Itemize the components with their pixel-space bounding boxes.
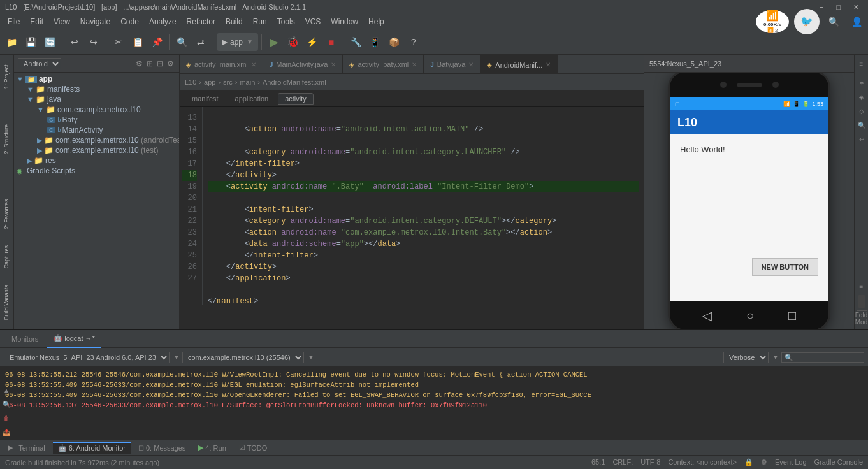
menu-tools[interactable]: Tools [272,16,300,27]
log-filter-btn[interactable]: 🔍 [0,398,13,410]
menu-file[interactable]: File [3,16,25,27]
tab-close-4[interactable]: ✕ [468,61,474,68]
tab-close-3[interactable]: ✕ [412,61,417,68]
breadcrumb-manifest[interactable]: AndroidManifest.xml [263,78,326,86]
redo-btn[interactable]: ↪ [85,33,103,51]
replace-btn[interactable]: ⇄ [192,33,210,51]
undo-btn[interactable]: ↩ [66,33,83,51]
tree-res[interactable]: ▶ 📁 res [14,155,179,166]
tree-package-main[interactable]: ▼ 📁 com.example.metrox.l10 [14,105,179,115]
code-text[interactable]: <action android:name="android.intent.act… [203,107,644,305]
logcat-tab[interactable]: 🤖logcat →* [47,330,101,348]
tree-mainactivity[interactable]: C b MainActivity [14,125,179,135]
sidebar-right-1[interactable]: ✶ [855,76,868,89]
open-btn[interactable]: 📁 [3,33,20,51]
favorites-panel-toggle[interactable]: 2: Favorites [0,194,13,233]
breadcrumb-l10[interactable]: L10 [185,78,196,86]
xml-tab-application[interactable]: application [228,93,276,105]
sidebar-scroll[interactable] [858,295,865,308]
debug-btn[interactable]: 🐞 [284,33,302,51]
menu-analyze[interactable]: Analyze [144,16,182,27]
stop-btn[interactable]: ■ [322,33,340,51]
phone-recents-btn[interactable]: □ [788,308,796,323]
menu-help[interactable]: Help [363,16,389,27]
sync-btn[interactable]: 🔄 [41,33,59,51]
sidebar-right-4[interactable]: 🔍 [855,119,868,131]
status-encoding[interactable]: UTF-8 [640,458,660,466]
tab-close-1[interactable]: ✕ [251,61,256,68]
log-export-btn[interactable]: 📤 [0,426,13,438]
device-dropdown-arrow[interactable]: ▼ [173,354,180,361]
avd-btn[interactable]: 📱 [366,33,384,51]
code-editor[interactable]: 1314151617 18 1920212223 24252627 <actio… [180,107,644,305]
cut-btn[interactable]: ✂ [110,33,127,51]
menu-navigate[interactable]: Navigate [75,16,115,27]
status-settings-icon[interactable]: ⚙ [761,458,767,466]
tree-package-test[interactable]: ▶ 📁 com.example.metrox.l10 (androidTest) [14,135,179,145]
sidebar-right-3[interactable]: ◇ [855,105,868,117]
tree-package-unittest[interactable]: ▶ 📁 com.example.metrox.l10 (test) [14,145,179,155]
copy-btn[interactable]: 📋 [129,33,147,51]
app-selector[interactable]: ▶app▼ [217,33,258,51]
sidebar-right-2[interactable]: ◈ [855,90,868,103]
find-btn[interactable]: 🔍 [173,33,191,51]
sidebar-right-toggle[interactable]: ≡ [855,57,868,70]
menu-build[interactable]: Build [221,16,248,27]
phone-new-button[interactable]: NEW BUTTON [752,258,818,276]
tree-baty[interactable]: C b Baty [14,115,179,125]
status-position[interactable]: 65:1 [591,458,605,466]
run-btn[interactable]: ▶ [265,33,283,51]
status-line-ending[interactable]: CRLF: [612,458,633,466]
device-selector[interactable]: Emulator Nexus_5_API_23 Android 6.0, API… [4,352,170,363]
menu-refactor[interactable]: Refactor [182,16,221,27]
paste-btn[interactable]: 📌 [148,33,166,51]
breadcrumb-main[interactable]: main [240,78,255,86]
sidebar-right-bottom-1[interactable]: ≡ [855,280,868,292]
tab-mainactivity[interactable]: J MainActivity.java ✕ [263,55,344,73]
help-toolbar-btn[interactable]: ? [405,33,423,51]
save-btn[interactable]: 💾 [22,33,40,51]
gradle-sync-btn[interactable]: 🔧 [347,33,365,51]
menu-edit[interactable]: Edit [25,16,48,27]
log-search-input[interactable] [781,352,864,363]
collapse-all-icon[interactable]: ⊟ [156,58,164,69]
menu-view[interactable]: View [48,16,75,27]
event-log-btn[interactable]: Event Log [775,458,807,466]
footer-tab-android-monitor[interactable]: 🤖 6: Android Monitor [53,442,131,454]
tab-androidmanifest[interactable]: ◈ AndroidManif... ✕ [481,55,558,73]
sidebar-right-5[interactable]: ↩ [855,133,868,145]
sync-project-icon[interactable]: ⚙ [134,58,144,69]
phone-home-btn[interactable]: ○ [746,308,754,323]
tab-activity-main[interactable]: ◈ activity_main.xml ✕ [180,55,263,73]
tree-gradle[interactable]: ◉ Gradle Scripts [14,166,179,176]
menu-run[interactable]: Run [248,16,272,27]
project-panel-toggle[interactable]: 1: Project [0,57,13,96]
monitors-tab[interactable]: Monitors [5,330,45,348]
tree-app[interactable]: ▼ 📁 app [14,74,179,84]
captures-panel-toggle[interactable]: Captures [0,237,13,276]
tree-manifests[interactable]: ▼ 📁 manifests [14,84,179,94]
log-clear-btn[interactable]: 🗑 [0,412,13,424]
profile-run-btn[interactable]: ⚡ [303,33,321,51]
search-btn[interactable]: 🔍 [825,13,843,31]
sdk-btn[interactable]: 📦 [386,33,403,51]
xml-tab-activity[interactable]: activity [278,93,314,105]
structure-panel-toggle[interactable]: 2: Structure [0,119,13,158]
tab-close-5[interactable]: ✕ [546,61,551,68]
xml-tab-manifest[interactable]: manifest [185,93,226,105]
gradle-console-btn[interactable]: Gradle Console [814,458,863,466]
log-scroll-up[interactable]: ▲ [0,384,13,396]
verbose-dropdown-arrow[interactable]: ▼ [772,354,779,361]
pkg-dropdown-arrow[interactable]: ▼ [308,354,314,361]
settings-icon[interactable]: ⚙ [166,58,175,69]
tab-activity-baty[interactable]: ◈ activity_baty.xml ✕ [343,55,424,73]
menu-window[interactable]: Window [326,16,363,27]
phone-back-btn[interactable]: ◁ [702,308,712,323]
expand-all-icon[interactable]: ⊞ [145,58,154,69]
menu-code[interactable]: Code [115,16,144,27]
project-view-selector[interactable]: Android Project [18,58,61,69]
fold-mode-toggle[interactable]: FoldMod [855,312,868,325]
tab-close-2[interactable]: ✕ [331,61,336,68]
footer-tab-todo[interactable]: ☑ TODO [234,442,273,453]
menu-vcs[interactable]: VCS [300,16,326,27]
